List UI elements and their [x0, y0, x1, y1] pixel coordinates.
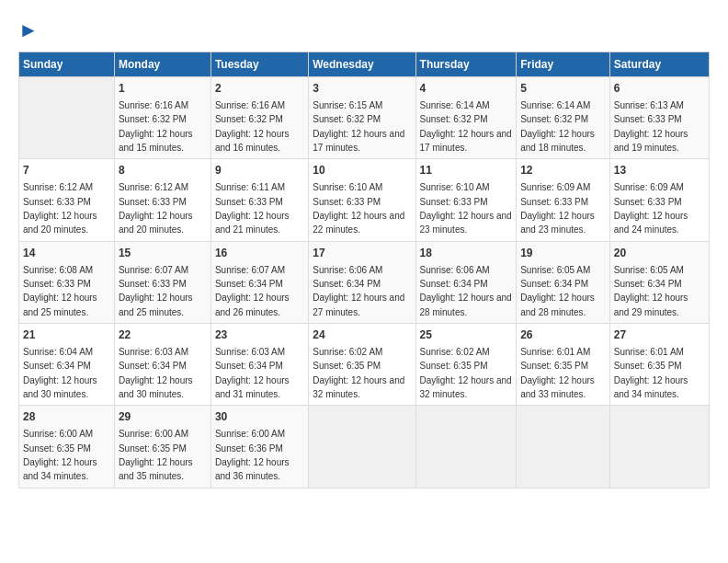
day-cell: 27Sunrise: 6:01 AMSunset: 6:35 PMDayligh…: [609, 324, 709, 406]
day-number: 8: [119, 163, 207, 178]
day-daylight: Daylight: 12 hours and 22 minutes.: [313, 211, 404, 235]
day-daylight: Daylight: 12 hours and 15 minutes.: [119, 129, 193, 153]
week-row-1: 7Sunrise: 6:12 AMSunset: 6:33 PMDaylight…: [19, 159, 710, 241]
day-daylight: Daylight: 12 hours and 19 minutes.: [614, 129, 688, 153]
day-number: 27: [614, 327, 705, 343]
day-sunset: Sunset: 6:33 PM: [614, 197, 682, 207]
day-cell: 10Sunrise: 6:10 AMSunset: 6:33 PMDayligh…: [309, 159, 415, 241]
day-daylight: Daylight: 12 hours and 34 minutes.: [23, 457, 97, 481]
day-cell: 13Sunrise: 6:09 AMSunset: 6:33 PMDayligh…: [609, 159, 709, 241]
day-number: 28: [23, 409, 110, 425]
day-daylight: Daylight: 12 hours and 17 minutes.: [313, 129, 404, 153]
day-cell: [415, 406, 517, 488]
day-sunset: Sunset: 6:33 PM: [520, 197, 588, 207]
header-thursday: Thursday: [415, 52, 517, 77]
day-number: 23: [215, 327, 304, 343]
day-number: 17: [313, 246, 411, 261]
day-sunset: Sunset: 6:33 PM: [119, 197, 187, 207]
day-cell: 30Sunrise: 6:00 AMSunset: 6:36 PMDayligh…: [210, 406, 308, 488]
day-sunset: Sunset: 6:34 PM: [215, 279, 283, 289]
day-sunset: Sunset: 6:34 PM: [313, 279, 381, 289]
day-daylight: Daylight: 12 hours and 32 minutes.: [313, 375, 404, 399]
day-daylight: Daylight: 12 hours and 20 minutes.: [23, 211, 97, 235]
day-sunset: Sunset: 6:34 PM: [420, 279, 488, 289]
day-daylight: Daylight: 12 hours and 30 minutes.: [119, 375, 193, 399]
day-sunrise: Sunrise: 6:07 AM: [119, 265, 188, 275]
day-number: 21: [23, 327, 110, 343]
day-daylight: Daylight: 12 hours and 28 minutes.: [420, 293, 512, 316]
day-sunrise: Sunrise: 6:03 AM: [215, 347, 285, 357]
day-daylight: Daylight: 12 hours and 23 minutes.: [420, 211, 512, 235]
header-sunday: Sunday: [19, 52, 115, 77]
day-sunset: Sunset: 6:35 PM: [520, 361, 588, 371]
day-cell: 12Sunrise: 6:09 AMSunset: 6:33 PMDayligh…: [517, 159, 610, 241]
day-number: 2: [215, 81, 304, 97]
day-number: 4: [420, 81, 513, 97]
header: ►: [18, 18, 710, 42]
day-sunrise: Sunrise: 6:07 AM: [215, 265, 285, 275]
header-monday: Monday: [114, 52, 210, 77]
day-sunrise: Sunrise: 6:14 AM: [420, 100, 490, 110]
day-sunrise: Sunrise: 6:10 AM: [313, 182, 382, 192]
day-sunset: Sunset: 6:33 PM: [23, 197, 91, 207]
day-sunrise: Sunrise: 6:15 AM: [313, 100, 382, 110]
day-sunrise: Sunrise: 6:05 AM: [520, 265, 590, 275]
day-sunset: Sunset: 6:32 PM: [215, 114, 283, 124]
day-daylight: Daylight: 12 hours and 23 minutes.: [520, 211, 595, 235]
day-cell: 15Sunrise: 6:07 AMSunset: 6:33 PMDayligh…: [114, 241, 210, 323]
day-daylight: Daylight: 12 hours and 33 minutes.: [520, 375, 595, 399]
calendar-table: SundayMondayTuesdayWednesdayThursdayFrid…: [18, 52, 710, 488]
day-cell: 5Sunrise: 6:14 AMSunset: 6:32 PMDaylight…: [517, 77, 610, 159]
day-cell: 21Sunrise: 6:04 AMSunset: 6:34 PMDayligh…: [19, 324, 115, 406]
day-sunrise: Sunrise: 6:03 AM: [119, 347, 188, 357]
day-sunset: Sunset: 6:33 PM: [614, 114, 682, 124]
day-number: 16: [215, 246, 304, 261]
header-saturday: Saturday: [609, 52, 709, 77]
day-cell: 14Sunrise: 6:08 AMSunset: 6:33 PMDayligh…: [19, 241, 115, 323]
week-row-4: 28Sunrise: 6:00 AMSunset: 6:35 PMDayligh…: [19, 406, 710, 488]
day-daylight: Daylight: 12 hours and 36 minutes.: [215, 457, 290, 481]
day-cell: 22Sunrise: 6:03 AMSunset: 6:34 PMDayligh…: [114, 324, 210, 406]
day-sunrise: Sunrise: 6:02 AM: [420, 347, 490, 357]
day-daylight: Daylight: 12 hours and 30 minutes.: [23, 375, 97, 399]
week-row-0: 1Sunrise: 6:16 AMSunset: 6:32 PMDaylight…: [19, 77, 710, 159]
day-number: 5: [520, 81, 606, 97]
header-tuesday: Tuesday: [210, 52, 308, 77]
day-cell: 26Sunrise: 6:01 AMSunset: 6:35 PMDayligh…: [517, 324, 610, 406]
day-sunrise: Sunrise: 6:06 AM: [313, 265, 382, 275]
day-number: 13: [614, 163, 705, 178]
day-sunrise: Sunrise: 6:14 AM: [520, 100, 590, 110]
day-sunset: Sunset: 6:35 PM: [119, 443, 187, 454]
day-daylight: Daylight: 12 hours and 21 minutes.: [215, 211, 290, 235]
logo: ►: [18, 18, 39, 42]
day-sunset: Sunset: 6:34 PM: [520, 279, 588, 289]
header-friday: Friday: [517, 52, 610, 77]
day-sunrise: Sunrise: 6:00 AM: [23, 429, 93, 439]
day-daylight: Daylight: 12 hours and 25 minutes.: [119, 293, 193, 316]
day-sunrise: Sunrise: 6:00 AM: [215, 429, 285, 439]
day-sunset: Sunset: 6:34 PM: [119, 361, 187, 371]
day-cell: 24Sunrise: 6:02 AMSunset: 6:35 PMDayligh…: [309, 324, 415, 406]
day-number: 30: [215, 409, 304, 425]
day-sunrise: Sunrise: 6:05 AM: [614, 265, 684, 275]
day-sunset: Sunset: 6:32 PM: [520, 114, 588, 124]
day-sunset: Sunset: 6:32 PM: [420, 114, 488, 124]
day-number: 12: [520, 163, 606, 178]
day-number: 26: [520, 327, 606, 343]
day-cell: 17Sunrise: 6:06 AMSunset: 6:34 PMDayligh…: [309, 241, 415, 323]
day-sunset: Sunset: 6:33 PM: [313, 197, 381, 207]
day-sunrise: Sunrise: 6:00 AM: [119, 429, 188, 439]
day-cell: 2Sunrise: 6:16 AMSunset: 6:32 PMDaylight…: [210, 77, 308, 159]
day-cell: 23Sunrise: 6:03 AMSunset: 6:34 PMDayligh…: [210, 324, 308, 406]
day-number: 6: [614, 81, 705, 97]
day-cell: 20Sunrise: 6:05 AMSunset: 6:34 PMDayligh…: [609, 241, 709, 323]
day-cell: 11Sunrise: 6:10 AMSunset: 6:33 PMDayligh…: [415, 159, 517, 241]
day-sunset: Sunset: 6:35 PM: [313, 361, 381, 371]
day-daylight: Daylight: 12 hours and 28 minutes.: [520, 293, 595, 316]
day-sunrise: Sunrise: 6:13 AM: [614, 100, 684, 110]
day-sunset: Sunset: 6:35 PM: [614, 361, 682, 371]
day-cell: 9Sunrise: 6:11 AMSunset: 6:33 PMDaylight…: [210, 159, 308, 241]
day-sunset: Sunset: 6:33 PM: [119, 279, 187, 289]
day-sunrise: Sunrise: 6:08 AM: [23, 265, 93, 275]
day-cell: 29Sunrise: 6:00 AMSunset: 6:35 PMDayligh…: [114, 406, 210, 488]
